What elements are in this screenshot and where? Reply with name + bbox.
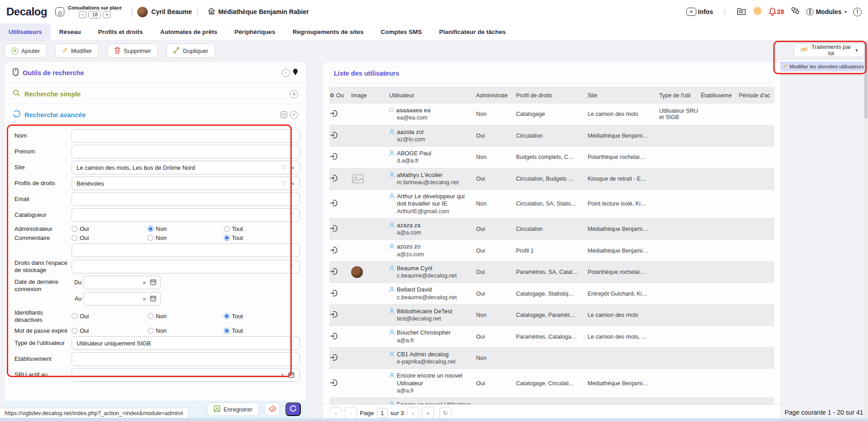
tab-utilisateurs[interactable]: Utilisateurs: [0, 24, 51, 40]
collapse-left-icon[interactable]: ‹: [282, 69, 290, 77]
clear-form-button[interactable]: [265, 402, 280, 416]
consultations-decrement-button[interactable]: −: [79, 11, 87, 18]
row-login-cell[interactable]: [329, 149, 351, 165]
search-tools-header[interactable]: Outils de recherche ‹: [5, 62, 306, 83]
check-circle-icon[interactable]: ✓: [290, 111, 298, 119]
table-row[interactable]: Bibliothécaire DeTest test@decalog.net N…: [329, 305, 774, 326]
refresh-list-button[interactable]: ↻: [439, 407, 452, 419]
last-page-button[interactable]: »: [422, 407, 434, 419]
column-header-image[interactable]: Image: [351, 92, 389, 99]
favorite-icon[interactable]: ♡: [289, 340, 294, 346]
vertical-scrollbar[interactable]: [864, 41, 868, 421]
radio-option-oui[interactable]: Oui: [72, 234, 148, 241]
tab-comptes-sms[interactable]: Comptes SMS: [372, 24, 430, 40]
row-login-cell[interactable]: [329, 329, 351, 345]
notifications-button[interactable]: 28: [768, 7, 784, 16]
column-header-establishment[interactable]: Établisseme: [701, 92, 739, 99]
clear-icon[interactable]: ×: [290, 180, 294, 187]
radio-circle[interactable]: [72, 235, 77, 241]
radio-circle[interactable]: [224, 235, 230, 241]
radio-circle[interactable]: [72, 226, 77, 232]
row-login-cell[interactable]: [329, 196, 351, 212]
tab-r-seau[interactable]: Réseau: [51, 24, 90, 40]
radio-option-non[interactable]: Non: [148, 313, 224, 320]
radio-option-tout[interactable]: Tout: [224, 225, 300, 232]
row-login-cell[interactable]: [329, 264, 351, 280]
row-login-cell[interactable]: [329, 375, 351, 392]
radio-circle[interactable]: [148, 226, 154, 232]
radio-option-oui[interactable]: Oui: [72, 327, 148, 334]
workflow-icon[interactable]: [791, 6, 800, 17]
table-row[interactable]: Encore encore un nouvel Utilisateur a@a.…: [329, 369, 774, 398]
site-input[interactable]: [72, 161, 300, 174]
row-login-cell[interactable]: [329, 243, 351, 259]
table-row[interactable]: ABOGE Paul d.a@a.fr Non Budgets complets…: [329, 147, 774, 168]
consultations-count[interactable]: 18: [88, 11, 101, 19]
tab-p-riph-riques[interactable]: Périphériques: [226, 24, 284, 40]
date-au-input[interactable]: [83, 292, 161, 306]
radio-option-oui[interactable]: Oui: [72, 313, 148, 320]
table-row[interactable]: Bouchet Christopher a@a.fr Oui Paramètre…: [329, 326, 774, 348]
radio-circle[interactable]: [224, 226, 230, 232]
etablissement-input[interactable]: [72, 352, 300, 366]
first-page-button[interactable]: «: [330, 407, 342, 419]
save-button[interactable]: Enregistrer: [207, 402, 259, 416]
scrollbar-thumb[interactable]: [864, 42, 868, 119]
column-header-type[interactable]: Type de l'util: [659, 92, 701, 99]
batch-processing-button[interactable]: Traitements par lot ▾: [794, 43, 864, 57]
radio-option-tout[interactable]: Tout: [224, 327, 300, 334]
row-login-cell[interactable]: [329, 286, 351, 302]
row-login-cell[interactable]: [329, 128, 351, 144]
nom-input[interactable]: [72, 129, 300, 143]
radio-circle[interactable]: [148, 328, 154, 334]
table-row[interactable]: aaaaaaea ea ea@ea.com Non Catalogage Le …: [329, 104, 774, 125]
user-avatar[interactable]: [137, 7, 148, 17]
consultations-increment-button[interactable]: +: [103, 11, 111, 18]
favorite-icon[interactable]: ♡: [281, 181, 286, 187]
clear-icon[interactable]: ×: [142, 279, 146, 287]
table-row[interactable]: azaza za a@a.com Oui Circulation Médiath…: [329, 219, 774, 240]
table-row[interactable]: azozo zo a@zo.com Oui Profil 1 Médiathèq…: [329, 240, 774, 262]
row-login-cell[interactable]: [329, 350, 351, 366]
radio-option-non[interactable]: Non: [148, 225, 224, 232]
droits-stockage-input[interactable]: [72, 260, 300, 273]
clear-icon[interactable]: ×: [142, 295, 146, 303]
table-row[interactable]: Bellard David c.beaume@decalog.net Oui C…: [329, 283, 774, 305]
favorite-icon[interactable]: ♡: [281, 165, 286, 171]
profils-input[interactable]: [72, 177, 300, 190]
column-header-user[interactable]: Utilisateur: [389, 92, 476, 99]
catalogueur-input[interactable]: [72, 208, 300, 222]
documents-cloud-icon[interactable]: [737, 7, 747, 17]
menu-item-modify-user-data[interactable]: ✎ Modifier les données utilisateurs: [780, 62, 863, 72]
add-button[interactable]: + Ajouter: [5, 43, 47, 58]
calendar-icon[interactable]: [150, 295, 156, 303]
tab-automates-de-pr-ts[interactable]: Automates de prêts: [152, 24, 226, 40]
commentaire-input[interactable]: [72, 244, 300, 257]
previous-page-button[interactable]: ‹: [345, 407, 357, 419]
clear-icon[interactable]: ×: [280, 372, 285, 378]
page-number-input[interactable]: [377, 408, 388, 418]
clear-icon[interactable]: ×: [290, 164, 294, 171]
row-login-cell[interactable]: [329, 307, 351, 323]
infos-button[interactable]: ✉ Infos: [686, 8, 713, 16]
row-login-cell[interactable]: [329, 106, 351, 122]
pin-icon[interactable]: [293, 68, 298, 77]
radio-circle[interactable]: [224, 313, 230, 319]
calendar-icon[interactable]: [150, 279, 156, 287]
radio-option-oui[interactable]: Oui: [72, 225, 148, 232]
radio-circle[interactable]: [72, 328, 77, 334]
table-row[interactable]: aazola zol az@lo.com Oui Circulation Méd…: [329, 125, 774, 147]
row-login-cell[interactable]: [329, 171, 351, 187]
column-header-profile[interactable]: Profil de droits: [516, 92, 588, 99]
tab-regroupements-de-sites[interactable]: Regroupements de sites: [284, 24, 372, 40]
current-library-name[interactable]: Médiathèque Benjamin Rabier: [218, 8, 309, 15]
favorite-icon[interactable]: ♡: [289, 263, 294, 269]
column-header-period[interactable]: Période d'ac: [739, 92, 774, 99]
next-page-button[interactable]: ›: [407, 407, 419, 419]
broadcast-icon[interactable]: [753, 6, 762, 17]
help-icon[interactable]: !: [853, 8, 862, 16]
table-row[interactable]: Arthur Le développeur qui doit travaille…: [329, 190, 774, 219]
column-header-admin[interactable]: Administrate: [476, 92, 516, 99]
radio-option-tout[interactable]: Tout: [224, 313, 300, 320]
modify-button[interactable]: ✎ Modifier: [55, 43, 99, 58]
